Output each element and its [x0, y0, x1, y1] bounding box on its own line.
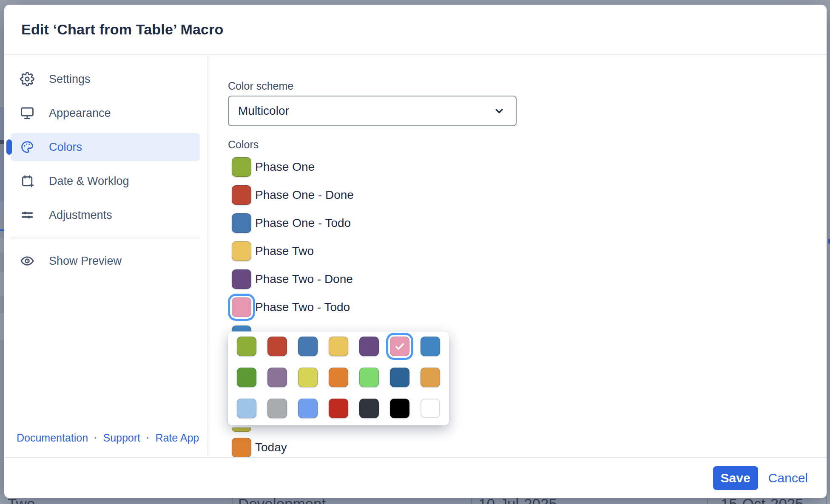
palette-color-swatch[interactable]	[359, 368, 379, 387]
dialog-title: Edit ‘Chart from Table’ Macro	[21, 21, 224, 38]
palette-color-swatch[interactable]	[267, 337, 287, 356]
series-swatch-partial-below[interactable]	[232, 428, 251, 432]
dialog-sidebar: SettingsAppearanceColorsDate & WorklogAd…	[4, 55, 208, 457]
edit-macro-dialog: Edit ‘Chart from Table’ Macro SettingsAp…	[4, 5, 827, 498]
dialog-header: Edit ‘Chart from Table’ Macro	[4, 5, 827, 55]
sidebar-item-label: Colors	[49, 141, 82, 154]
color-scheme-select[interactable]: Multicolor	[228, 96, 517, 126]
sidebar-item-show-preview[interactable]: Show Preview	[11, 247, 200, 275]
dialog-footer: Save Cancel	[4, 457, 827, 498]
palette-icon	[20, 140, 34, 154]
sidebar-divider	[11, 238, 200, 238]
sidebar-item-appearance[interactable]: Appearance	[11, 99, 200, 127]
sidebar-item-label: Show Preview	[49, 255, 122, 268]
palette-color-swatch[interactable]	[359, 399, 379, 418]
palette-color-swatch[interactable]	[390, 399, 409, 418]
palette-color-swatch[interactable]	[329, 337, 348, 356]
series-label: Phase Two - Todo	[255, 300, 350, 314]
series-color-swatch-phase-two-done[interactable]	[232, 269, 251, 289]
link-documentation[interactable]: Documentation	[17, 432, 88, 444]
sidebar-item-date-worklog[interactable]: Date & Worklog	[11, 167, 200, 195]
palette-grid	[237, 337, 440, 418]
series-color-row: Phase Two - Todo	[232, 297, 354, 317]
background-fragment	[0, 313, 4, 340]
link-separator-dot: ·	[94, 433, 97, 444]
series-color-list: Phase OnePhase One - DonePhase One - Tod…	[232, 157, 354, 326]
series-color-row: Phase One - Todo	[232, 213, 354, 233]
series-color-row: Phase Two	[232, 241, 354, 261]
sidebar-item-label: Adjustments	[49, 209, 112, 222]
palette-color-swatch[interactable]	[267, 399, 287, 418]
palette-color-swatch[interactable]	[329, 399, 348, 418]
sidebar-footer-links: Documentation·Support·Rate App	[17, 432, 199, 444]
series-color-row: Phase One	[232, 157, 354, 177]
sidebar-item-adjustments[interactable]: Adjustments	[11, 201, 200, 229]
palette-color-swatch[interactable]	[298, 399, 318, 418]
background-fragment	[0, 107, 4, 201]
series-label: Phase Two - Done	[255, 272, 353, 286]
link-rate-app[interactable]: Rate App	[155, 432, 199, 444]
palette-color-swatch[interactable]	[298, 368, 318, 387]
sidebar-item-colors[interactable]: Colors	[11, 133, 200, 161]
series-color-swatch-phase-two-todo[interactable]	[232, 297, 251, 317]
background-fragment	[0, 201, 4, 216]
series-color-row: Phase Two - Done	[232, 269, 354, 289]
palette-color-swatch[interactable]	[298, 337, 318, 356]
chevron-down-icon	[493, 105, 506, 117]
palette-color-swatch[interactable]	[359, 337, 379, 356]
sidebar-nav: SettingsAppearanceColorsDate & WorklogAd…	[4, 65, 208, 229]
palette-color-swatch[interactable]	[267, 368, 287, 387]
palette-color-swatch-checked[interactable]	[390, 337, 409, 356]
link-separator-dot: ·	[146, 433, 149, 444]
monitor-icon	[20, 106, 34, 120]
palette-color-swatch[interactable]	[421, 399, 440, 418]
series-color-row: Phase One - Done	[232, 185, 354, 205]
background-fragment	[0, 238, 4, 252]
palette-color-swatch[interactable]	[421, 368, 440, 387]
sidebar-item-label: Date & Worklog	[49, 175, 129, 188]
palette-color-swatch[interactable]	[329, 368, 348, 387]
color-picker-popup	[228, 331, 449, 425]
series-color-swatch-phase-one-todo[interactable]	[232, 213, 251, 233]
palette-color-swatch[interactable]	[390, 368, 409, 387]
sidebar-preview-slot: Show Preview	[4, 247, 208, 275]
sidebar-item-label: Settings	[49, 73, 91, 86]
background-fragment	[0, 272, 4, 296]
dialog-body: SettingsAppearanceColorsDate & WorklogAd…	[4, 55, 827, 457]
color-scheme-label: Color scheme	[228, 80, 293, 92]
series-label: Phase One	[255, 160, 315, 174]
series-label: Phase One - Todo	[255, 216, 351, 230]
sidebar-item-label: Appearance	[49, 107, 111, 120]
link-support[interactable]: Support	[103, 432, 140, 444]
selected-indicator	[6, 139, 12, 155]
colors-heading: Colors	[228, 139, 259, 151]
series-color-swatch-phase-one[interactable]	[232, 157, 251, 177]
save-button[interactable]: Save	[713, 466, 758, 490]
eye-icon	[20, 254, 34, 268]
series-label: Phase Two	[255, 244, 314, 258]
sliders-icon	[20, 208, 34, 222]
gear-icon	[20, 72, 34, 86]
palette-color-swatch[interactable]	[237, 368, 256, 387]
color-scheme-value: Multicolor	[238, 104, 493, 118]
series-color-swatch-phase-two[interactable]	[232, 241, 251, 261]
today-color-row: Today	[232, 438, 287, 457]
series-color-swatch-phase-one-done[interactable]	[232, 185, 251, 205]
palette-color-swatch[interactable]	[237, 337, 256, 356]
background-fragment	[828, 239, 830, 244]
sidebar-item-settings[interactable]: Settings	[11, 65, 200, 93]
background-fragment	[0, 140, 4, 144]
calendar-plus-icon	[20, 174, 34, 188]
palette-color-swatch[interactable]	[421, 337, 440, 356]
background-fragment	[0, 229, 4, 231]
series-label: Phase One - Done	[255, 188, 354, 202]
page-background: Two Development 10-Jul-2025 15-Oct-2025 …	[0, 0, 830, 504]
cancel-button[interactable]: Cancel	[768, 471, 808, 485]
palette-color-swatch[interactable]	[237, 399, 256, 418]
today-label: Today	[255, 441, 287, 454]
colors-panel: Color scheme Multicolor Colors Phase One…	[208, 55, 827, 457]
today-color-swatch[interactable]	[232, 438, 251, 457]
